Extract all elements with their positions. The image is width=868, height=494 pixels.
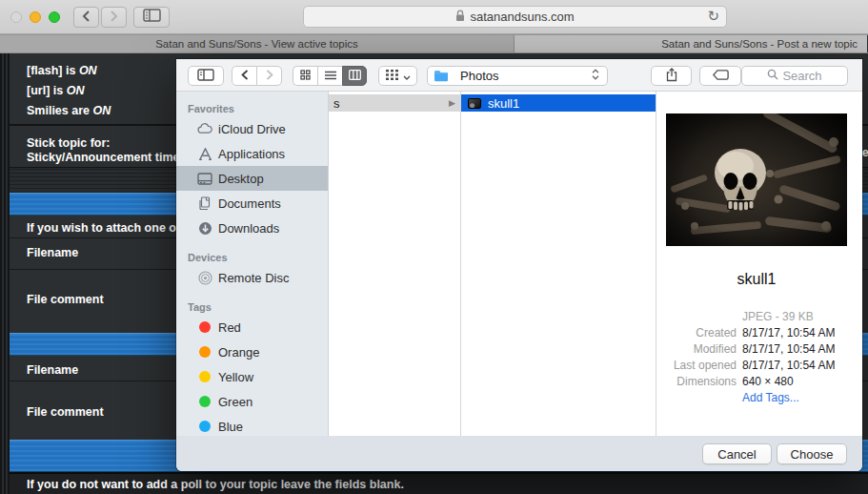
icon-view-button[interactable] [293, 66, 317, 86]
sidebar-item-tag-green[interactable]: Green [176, 389, 328, 414]
sidebar-panel-icon [197, 69, 214, 84]
dialog-back-button[interactable] [232, 66, 257, 86]
disclosure-triangle-icon: ▶ [449, 98, 455, 108]
sidebar-item-label: Red [218, 320, 241, 335]
screenshot-root: satanandsuns.com ↻ Satan and Suns/Sons -… [0, 0, 868, 494]
sidebar-item-label: Desktop [218, 172, 264, 186]
padlock-icon [455, 10, 465, 25]
browser-back-button[interactable] [73, 7, 99, 28]
add-tags-link[interactable]: Add Tags... [742, 390, 799, 406]
address-bar[interactable]: satanandsuns.com ↻ [303, 6, 727, 28]
dialog-footer: Cancel Choose [176, 436, 862, 471]
meta-row-last-opened: Last opened 8/17/17, 10:54 AM [656, 358, 857, 374]
sidebar-item-label: Remote Disc [218, 271, 289, 285]
sidebar-item-remote-disc[interactable]: Remote Disc [176, 265, 328, 290]
tag-dot-green [199, 396, 211, 407]
dialog-sidebar: Favorites iCloud Drive [176, 92, 329, 436]
skull-photo-preview [666, 113, 847, 246]
list-view-icon [325, 69, 336, 83]
chevron-left-icon [82, 9, 91, 26]
reload-icon[interactable]: ↻ [707, 8, 719, 25]
cancel-button[interactable]: Cancel [702, 443, 772, 464]
page-left-border [0, 53, 10, 494]
window-minimize-button[interactable] [30, 11, 41, 23]
column-view-button[interactable] [342, 66, 367, 86]
location-popup-value: Photos [460, 69, 498, 83]
sidebar-item-tag-blue[interactable]: Blue [176, 414, 328, 436]
browser-toolbar: satanandsuns.com ↻ [0, 0, 868, 34]
icloud-drive-icon [197, 121, 212, 136]
meta-row-created: Created 8/17/17, 10:54 AM [656, 325, 857, 341]
sidebar-item-desktop[interactable]: Desktop [176, 166, 328, 191]
address-url: satanandsuns.com [470, 10, 574, 24]
desktop-icon [197, 171, 212, 186]
share-icon [666, 68, 677, 85]
popup-chevrons-icon [592, 69, 599, 83]
parent-folder-row[interactable]: s ▶ [329, 94, 460, 112]
dialog-forward-button[interactable] [256, 66, 282, 86]
group-by-button[interactable] [378, 66, 417, 86]
sidebar-item-label: Applications [218, 147, 285, 161]
tag-icon [713, 69, 729, 83]
tab-label: Satan and Suns/Sons - Post a new topic [661, 38, 858, 50]
chevron-right-icon [266, 69, 273, 83]
sidebar-panel-icon [143, 9, 161, 26]
tab-post-new-topic[interactable]: Satan and Suns/Sons - Post a new topic [515, 35, 867, 52]
window-zoom-button[interactable] [49, 11, 60, 23]
sidebar-item-icloud-drive[interactable]: iCloud Drive [176, 116, 328, 141]
window-close-button[interactable] [10, 11, 22, 23]
column-divider [460, 92, 461, 436]
sidebar-item-tag-orange[interactable]: Orange [176, 340, 328, 364]
choose-button[interactable]: Choose [777, 443, 847, 464]
column-view-icon [349, 69, 361, 83]
search-placeholder: Search [782, 69, 821, 83]
sidebar-item-label: iCloud Drive [218, 122, 286, 136]
share-button[interactable] [651, 66, 692, 86]
tag-dot-blue [199, 421, 211, 432]
sidebar-item-documents[interactable]: Documents [176, 191, 328, 216]
group-by-icon [386, 69, 398, 83]
sidebar-item-label: Blue [218, 420, 243, 434]
browser-sidebar-toggle-button[interactable] [133, 7, 170, 28]
preview-metadata: JPEG - 39 KB Created 8/17/17, 10:54 AM M… [656, 309, 857, 406]
sidebar-item-label: Documents [218, 196, 281, 211]
sidebar-item-tag-yellow[interactable]: Yellow [176, 364, 328, 389]
documents-icon [197, 196, 212, 211]
tab-view-active-topics[interactable]: Satan and Suns/Sons - View active topics [0, 35, 515, 52]
file-row-skull1[interactable]: skull1 [461, 94, 656, 112]
tag-dot-red [199, 321, 211, 333]
meta-row-dimensions: Dimensions 640 × 480 [656, 374, 857, 390]
remote-disc-icon [197, 270, 212, 285]
file-format-size: JPEG - 39 KB [742, 309, 814, 325]
tags-button[interactable] [699, 66, 741, 86]
chevron-right-icon [110, 9, 118, 26]
file-open-dialog: Photos [176, 59, 862, 471]
sidebar-item-label: Orange [218, 345, 259, 360]
tab-bar: Satan and Suns/Sons - View active topics… [0, 34, 868, 53]
dialog-sidebar-toggle-button[interactable] [188, 66, 224, 86]
parent-folder-label: s [333, 96, 340, 111]
applications-icon [197, 146, 212, 161]
search-icon [767, 69, 778, 83]
poll-note: If you do not want to add a poll to your… [10, 472, 868, 494]
sidebar-item-downloads[interactable]: Downloads [176, 216, 328, 240]
chevron-left-icon [241, 69, 249, 83]
chevron-down-icon [403, 69, 411, 83]
sidebar-item-tag-red[interactable]: Red [176, 315, 328, 340]
sidebar-section-title: Devices [188, 252, 328, 263]
list-view-button[interactable] [317, 66, 342, 86]
sidebar-section-title: Favorites [188, 103, 328, 114]
preview-file-title: skull1 [666, 271, 847, 288]
location-popup[interactable]: Photos [427, 66, 608, 86]
folder-icon [434, 69, 449, 84]
meta-row-modified: Modified 8/17/17, 10:54 AM [656, 341, 857, 358]
preview-pane: skull1 JPEG - 39 KB Created 8/17/17, 10:… [656, 92, 862, 436]
search-input[interactable]: Search [741, 66, 848, 86]
sidebar-item-label: Downloads [218, 221, 279, 236]
dialog-toolbar: Photos [176, 59, 862, 92]
tag-dot-orange [199, 346, 211, 358]
sidebar-item-applications[interactable]: Applications [176, 141, 328, 166]
downloads-icon [197, 220, 212, 236]
browser-forward-button[interactable] [101, 7, 127, 28]
tag-dot-yellow [199, 371, 211, 382]
